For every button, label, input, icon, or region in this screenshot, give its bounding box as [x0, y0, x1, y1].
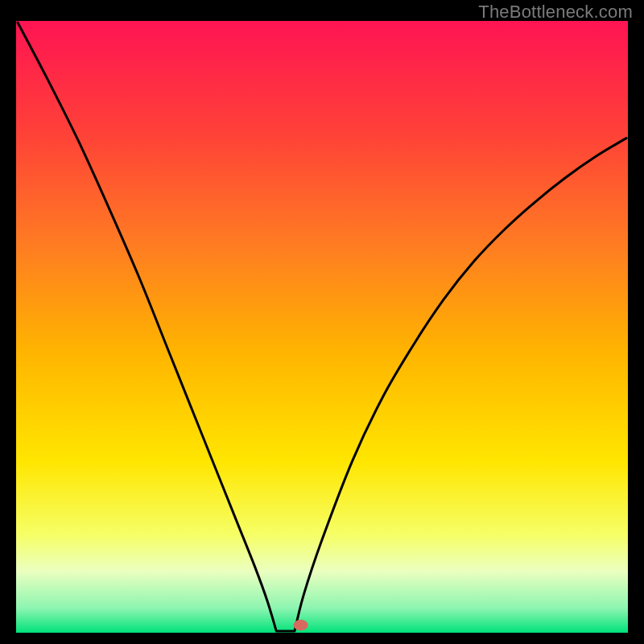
optimal-point-marker — [293, 620, 308, 631]
bottleneck-curve-chart — [16, 21, 628, 633]
watermark-text: TheBottleneck.com — [478, 2, 633, 23]
plot-area — [16, 21, 628, 633]
chart-frame: TheBottleneck.com — [0, 0, 644, 644]
